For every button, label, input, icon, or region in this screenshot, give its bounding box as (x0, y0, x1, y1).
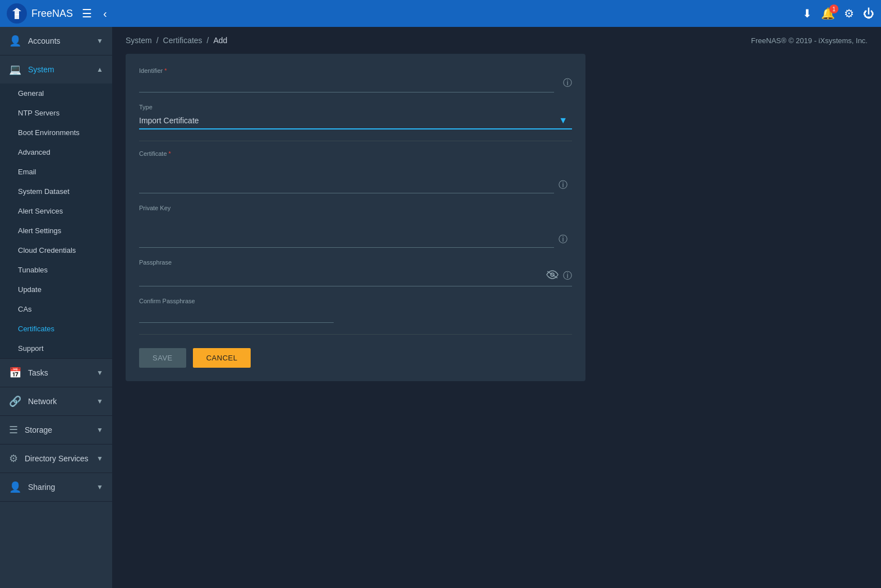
certificate-textarea-wrapper: ⓘ (139, 159, 572, 193)
sidebar-item-boot-environments[interactable]: Boot Environments (0, 123, 112, 142)
cas-label: CAs (18, 305, 32, 313)
system-icon: 💻 (9, 63, 21, 76)
storage-icon: ☰ (9, 424, 18, 436)
add-certificate-form: Identifier ⓘ Type Internal Certificate I… (126, 54, 585, 381)
support-label: Support (18, 344, 44, 353)
accounts-arrow-icon: ▼ (96, 37, 103, 45)
sidebar-section-sharing: 👤 Sharing ▼ (0, 473, 112, 502)
notifications-icon[interactable]: 🔔 1 (821, 7, 835, 20)
sidebar-item-certificates[interactable]: Certificates (0, 319, 112, 339)
logo-text: FreeNAS (31, 8, 73, 20)
storage-arrow-icon: ▼ (96, 426, 103, 434)
freenas-logo-icon (7, 3, 27, 24)
sidebar-item-sharing-label: Sharing (28, 483, 55, 492)
logo: FreeNAS (7, 3, 73, 24)
sidebar-item-update[interactable]: Update (0, 280, 112, 299)
private-key-textarea-wrapper: ⓘ (139, 214, 572, 248)
breadcrumb-sep-1: / (156, 36, 159, 45)
certificate-help-icon[interactable]: ⓘ (559, 179, 568, 191)
passphrase-input[interactable] (139, 268, 542, 284)
confirm-passphrase-label: Confirm Passphrase (139, 298, 572, 304)
tasks-icon: 📅 (9, 367, 21, 379)
hamburger-menu-icon[interactable]: ☰ (80, 4, 94, 22)
sidebar-item-system-label: System (28, 65, 54, 74)
sidebar-item-system-dataset[interactable]: System Dataset (0, 182, 112, 201)
accounts-icon: 👤 (9, 35, 21, 47)
passphrase-wrapper: ⓘ (139, 268, 572, 286)
directory-services-icon: ⚙ (9, 452, 18, 465)
confirm-passphrase-field: Confirm Passphrase (139, 298, 572, 323)
breadcrumb-certificates[interactable]: Certificates (163, 36, 202, 45)
sidebar-item-advanced[interactable]: Advanced (0, 142, 112, 162)
certificate-field: Certificate ⓘ (139, 150, 572, 193)
sidebar-item-tasks-label: Tasks (28, 368, 48, 377)
network-icon: 🔗 (9, 395, 21, 408)
general-label: General (18, 89, 44, 98)
system-submenu: General NTP Servers Boot Environments Ad… (0, 84, 112, 358)
sidebar-item-directory-services[interactable]: ⚙ Directory Services ▼ (0, 445, 112, 473)
tunables-label: Tunables (18, 266, 48, 274)
passphrase-help-icon[interactable]: ⓘ (563, 270, 572, 282)
sidebar: 👤 Accounts ▼ 💻 System ▲ General NTP Serv… (0, 27, 112, 588)
type-select[interactable]: Internal Certificate Import Certificate … (139, 113, 572, 128)
breadcrumb-add: Add (214, 36, 228, 45)
certificate-textarea[interactable] (139, 159, 554, 193)
identifier-input[interactable] (139, 76, 554, 92)
settings-icon[interactable]: ⚙ (844, 7, 854, 20)
alert-settings-label: Alert Settings (18, 226, 61, 235)
sidebar-item-directory-services-label: Directory Services (25, 454, 89, 463)
form-divider-1 (139, 141, 572, 141)
type-label: Type (139, 104, 572, 110)
download-icon[interactable]: ⬇ (802, 7, 812, 20)
sidebar-item-cas[interactable]: CAs (0, 299, 112, 319)
form-actions: SAVE CANCEL (139, 348, 572, 368)
cancel-button[interactable]: CANCEL (193, 348, 251, 368)
top-header: FreeNAS ☰ ‹ ⬇ 🔔 1 ⚙ ⏻ (0, 0, 881, 27)
content-area: System / Certificates / Add FreeNAS® © 2… (112, 27, 881, 588)
private-key-label: Private Key (139, 205, 572, 211)
private-key-field: Private Key ⓘ (139, 205, 572, 248)
main-layout: 👤 Accounts ▼ 💻 System ▲ General NTP Serv… (0, 27, 881, 588)
save-button[interactable]: SAVE (139, 348, 186, 368)
certificates-label: Certificates (18, 325, 54, 333)
sidebar-item-storage[interactable]: ☰ Storage ▼ (0, 416, 112, 444)
sidebar-item-network[interactable]: 🔗 Network ▼ (0, 387, 112, 415)
sidebar-item-cloud-credentials[interactable]: Cloud Credentials (0, 240, 112, 260)
power-icon[interactable]: ⏻ (863, 7, 874, 20)
sidebar-section-accounts: 👤 Accounts ▼ (0, 27, 112, 55)
breadcrumb-nav: System / Certificates / Add (126, 36, 227, 45)
private-key-help-icon[interactable]: ⓘ (559, 234, 568, 246)
type-field: Type Internal Certificate Import Certifi… (139, 104, 572, 129)
sidebar-item-email[interactable]: Email (0, 162, 112, 182)
sidebar-item-accounts-label: Accounts (28, 36, 61, 45)
directory-services-arrow-icon: ▼ (96, 455, 103, 462)
network-arrow-icon: ▼ (96, 397, 103, 405)
breadcrumb-system[interactable]: System (126, 36, 152, 45)
tasks-arrow-icon: ▼ (96, 369, 103, 377)
sidebar-item-system[interactable]: 💻 System ▲ (0, 55, 112, 84)
sidebar-section-storage: ☰ Storage ▼ (0, 416, 112, 445)
confirm-passphrase-input[interactable] (139, 307, 334, 323)
sidebar-item-ntp-servers[interactable]: NTP Servers (0, 103, 112, 123)
sidebar-item-general[interactable]: General (0, 84, 112, 103)
password-visibility-toggle-icon[interactable] (546, 270, 559, 282)
sidebar-item-alert-services[interactable]: Alert Services (0, 201, 112, 221)
sidebar-item-tasks[interactable]: 📅 Tasks ▼ (0, 359, 112, 387)
sidebar-item-support[interactable]: Support (0, 339, 112, 358)
back-icon[interactable]: ‹ (101, 5, 109, 22)
sidebar-item-tunables[interactable]: Tunables (0, 260, 112, 280)
alert-services-label: Alert Services (18, 207, 63, 215)
version-text: FreeNAS® © 2019 - iXsystems, Inc. (751, 36, 868, 45)
breadcrumb-sep-2: / (207, 36, 209, 45)
system-arrow-icon: ▲ (96, 66, 103, 73)
sidebar-section-system: 💻 System ▲ General NTP Servers Boot Envi… (0, 55, 112, 359)
identifier-help-icon[interactable]: ⓘ (563, 77, 572, 89)
sidebar-item-alert-settings[interactable]: Alert Settings (0, 221, 112, 240)
sidebar-section-tasks: 📅 Tasks ▼ (0, 359, 112, 387)
advanced-label: Advanced (18, 148, 50, 156)
sidebar-item-sharing[interactable]: 👤 Sharing ▼ (0, 473, 112, 501)
private-key-textarea[interactable] (139, 214, 554, 248)
ntp-servers-label: NTP Servers (18, 109, 59, 117)
sidebar-item-accounts[interactable]: 👤 Accounts ▼ (0, 27, 112, 55)
sidebar-section-network: 🔗 Network ▼ (0, 387, 112, 416)
